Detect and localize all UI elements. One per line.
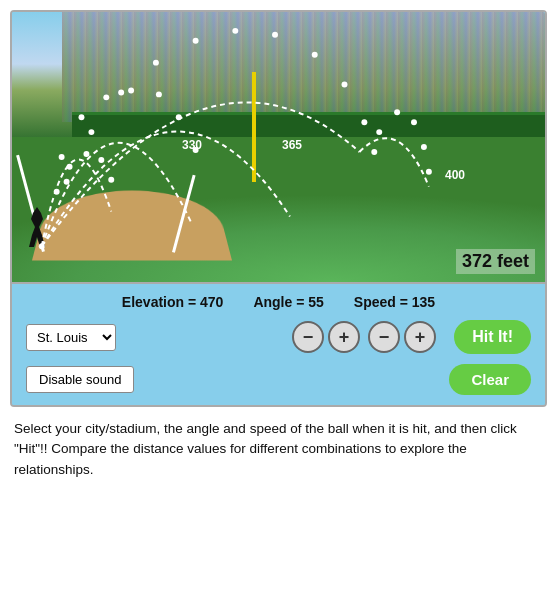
description-text: Select your city/stadium, the angle and … [10,407,547,484]
disable-sound-button[interactable]: Disable sound [26,366,134,393]
svg-point-21 [83,151,89,157]
svg-point-14 [103,94,109,100]
city-select[interactable]: St. Louis Denver Chicago New York Boston… [26,324,116,351]
angle-plus-button[interactable]: + [328,321,360,353]
hit-button[interactable]: Hit It! [454,320,531,354]
svg-point-9 [342,81,348,87]
speed-controls: − + [368,321,436,353]
svg-point-8 [312,52,318,58]
svg-point-7 [272,32,278,38]
svg-point-19 [54,189,60,195]
angle-stat: Angle = 55 [253,294,323,310]
simulator-wrapper: 330 365 400 [10,10,547,407]
controls-area: Elevation = 470 Angle = 55 Speed = 135 S… [12,282,545,405]
svg-point-25 [394,109,400,115]
svg-point-11 [371,149,377,155]
angle-controls: − + [292,321,360,353]
svg-point-4 [153,60,159,66]
svg-point-27 [421,144,427,150]
speed-plus-button[interactable]: + [404,321,436,353]
bottom-row: Disable sound Clear [26,364,531,395]
svg-point-20 [67,164,73,170]
svg-point-5 [193,38,199,44]
distance-result: 372 feet [456,249,535,274]
svg-point-15 [128,87,134,93]
speed-minus-button[interactable]: − [368,321,400,353]
svg-point-1 [64,179,70,185]
svg-point-12 [59,154,65,160]
svg-point-10 [361,119,367,125]
elevation-stat: Elevation = 470 [122,294,224,310]
field-area: 330 365 400 [12,12,545,282]
svg-point-16 [156,91,162,97]
clear-button[interactable]: Clear [449,364,531,395]
svg-point-3 [118,89,124,95]
svg-point-6 [232,28,238,34]
controls-row: St. Louis Denver Chicago New York Boston… [26,320,531,354]
stats-row: Elevation = 470 Angle = 55 Speed = 135 [26,294,531,310]
trajectories-svg [12,12,545,282]
svg-point-28 [426,169,432,175]
svg-point-23 [108,177,114,183]
svg-point-17 [176,114,182,120]
svg-point-26 [411,119,417,125]
svg-point-2 [88,129,94,135]
angle-minus-button[interactable]: − [292,321,324,353]
svg-point-0 [39,243,45,249]
svg-point-22 [98,157,104,163]
main-container: 330 365 400 [0,0,557,494]
svg-point-24 [376,129,382,135]
svg-point-18 [193,147,199,153]
svg-point-13 [79,114,85,120]
speed-stat: Speed = 135 [354,294,435,310]
